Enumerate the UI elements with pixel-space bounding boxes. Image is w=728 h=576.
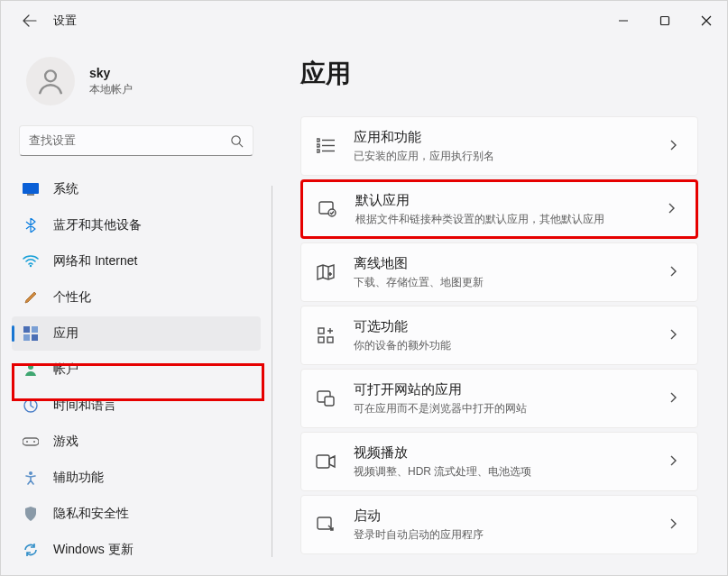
card-video-playback[interactable]: 视频播放视频调整、HDR 流式处理、电池选项	[300, 432, 698, 491]
svg-rect-5	[23, 183, 39, 194]
nav-accounts[interactable]: 帐户	[12, 352, 261, 387]
svg-rect-14	[23, 438, 39, 445]
nav-bluetooth[interactable]: 蓝牙和其他设备	[12, 208, 261, 242]
maximize-button[interactable]	[644, 6, 686, 35]
card-title: 视频播放	[354, 444, 531, 462]
map-icon	[316, 262, 336, 282]
nav-label: 应用	[53, 325, 78, 342]
svg-point-2	[45, 70, 56, 81]
card-sub: 根据文件和链接种类设置的默认应用，其他默认应用	[355, 212, 604, 227]
clock-globe-icon	[23, 398, 39, 414]
apps-icon	[23, 325, 39, 342]
nav-personalization[interactable]: 个性化	[12, 280, 261, 315]
main-content: 应用 应用和功能已安装的应用，应用执行别名 默认应用根据文件和链接种类设置的默认…	[272, 41, 727, 575]
avatar	[26, 57, 75, 105]
svg-rect-28	[327, 337, 333, 343]
chevron-right-icon	[668, 518, 681, 531]
chevron-right-icon	[668, 329, 681, 342]
nav-windows-update[interactable]: Windows 更新	[12, 533, 261, 567]
nav-label: 游戏	[53, 434, 78, 450]
nav-accessibility[interactable]: 辅助功能	[12, 461, 261, 495]
bluetooth-icon	[23, 217, 39, 233]
window-title: 设置	[53, 13, 77, 29]
nav-label: 系统	[53, 181, 78, 197]
minimize-button[interactable]	[603, 6, 644, 35]
default-apps-icon	[318, 199, 337, 219]
svg-rect-27	[318, 337, 324, 343]
system-icon	[23, 181, 39, 197]
svg-point-15	[26, 441, 28, 443]
wifi-icon	[23, 253, 39, 270]
card-sub: 可在应用而不是浏览器中打开的网站	[354, 401, 527, 416]
nav-network[interactable]: 网络和 Internet	[12, 244, 261, 279]
svg-rect-11	[32, 334, 38, 341]
nav-label: 个性化	[53, 289, 91, 306]
sidebar: sky 本地帐户 查找设置 系统 蓝牙和其他设备 网络和 Internet	[1, 41, 272, 575]
chevron-right-icon	[668, 140, 681, 152]
card-apps-features[interactable]: 应用和功能已安装的应用，应用执行别名	[300, 116, 698, 176]
nav-label: 网络和 Internet	[53, 253, 137, 270]
nav-time-language[interactable]: 时间和语言	[12, 389, 261, 423]
search-input[interactable]: 查找设置	[19, 125, 253, 156]
svg-rect-20	[317, 150, 319, 152]
svg-line-4	[239, 143, 243, 147]
user-name: sky	[89, 66, 133, 80]
search-icon	[229, 133, 244, 148]
svg-point-17	[29, 471, 32, 475]
shield-icon	[23, 506, 39, 522]
chevron-right-icon	[668, 455, 681, 468]
page-title: 应用	[300, 57, 698, 91]
svg-rect-31	[317, 455, 329, 468]
card-sub: 视频调整、HDR 流式处理、电池选项	[354, 464, 531, 480]
nav-label: Windows 更新	[53, 542, 134, 558]
card-apps-for-websites[interactable]: 可打开网站的应用可在应用而不是浏览器中打开的网站	[300, 369, 698, 428]
accessibility-icon	[23, 470, 39, 486]
close-button[interactable]	[686, 6, 727, 35]
chevron-right-icon	[667, 203, 679, 215]
nav-label: 时间和语言	[53, 398, 116, 414]
nav-gaming[interactable]: 游戏	[12, 425, 261, 459]
svg-rect-32	[318, 517, 331, 529]
svg-rect-9	[32, 326, 38, 333]
svg-rect-1	[661, 17, 669, 25]
chevron-right-icon	[668, 392, 681, 405]
nav-label: 隐私和安全性	[53, 506, 129, 522]
nav: 系统 蓝牙和其他设备 网络和 Internet 个性化 应用 帐户	[1, 172, 272, 567]
account-icon	[23, 361, 39, 378]
card-title: 离线地图	[354, 255, 484, 272]
card-default-apps[interactable]: 默认应用根据文件和链接种类设置的默认应用，其他默认应用	[300, 179, 698, 239]
card-title: 默认应用	[355, 192, 604, 209]
svg-point-7	[30, 265, 32, 267]
card-startup[interactable]: 启动登录时自动启动的应用程序	[300, 495, 698, 554]
card-offline-maps[interactable]: 离线地图下载、存储位置、地图更新	[300, 242, 698, 302]
divider	[272, 186, 272, 557]
nav-privacy[interactable]: 隐私和安全性	[12, 497, 261, 531]
nav-system[interactable]: 系统	[12, 172, 261, 206]
card-sub: 已安装的应用，应用执行别名	[354, 149, 494, 164]
svg-rect-6	[27, 194, 34, 196]
gamepad-icon	[23, 434, 39, 450]
user-section[interactable]: sky 本地帐户	[1, 51, 272, 125]
card-sub: 下载、存储位置、地图更新	[354, 275, 484, 290]
svg-rect-30	[325, 397, 334, 406]
app-website-icon	[316, 389, 336, 408]
svg-rect-10	[23, 334, 30, 341]
nav-label: 帐户	[53, 361, 78, 378]
brush-icon	[23, 289, 39, 306]
nav-label: 辅助功能	[53, 470, 104, 486]
svg-point-16	[33, 441, 35, 443]
card-title: 可打开网站的应用	[354, 381, 527, 398]
svg-rect-19	[317, 144, 319, 147]
nav-apps[interactable]: 应用	[12, 316, 261, 351]
svg-point-12	[28, 364, 33, 370]
card-title: 启动	[354, 507, 484, 525]
title-bar: 设置	[1, 1, 727, 41]
back-button[interactable]	[19, 10, 41, 32]
card-title: 应用和功能	[354, 129, 494, 146]
card-optional-features[interactable]: 可选功能你的设备的额外功能	[300, 306, 698, 365]
startup-icon	[316, 515, 336, 535]
svg-point-3	[231, 135, 239, 143]
window-controls	[603, 6, 727, 35]
update-icon	[23, 542, 39, 558]
card-sub: 你的设备的额外功能	[354, 338, 451, 353]
